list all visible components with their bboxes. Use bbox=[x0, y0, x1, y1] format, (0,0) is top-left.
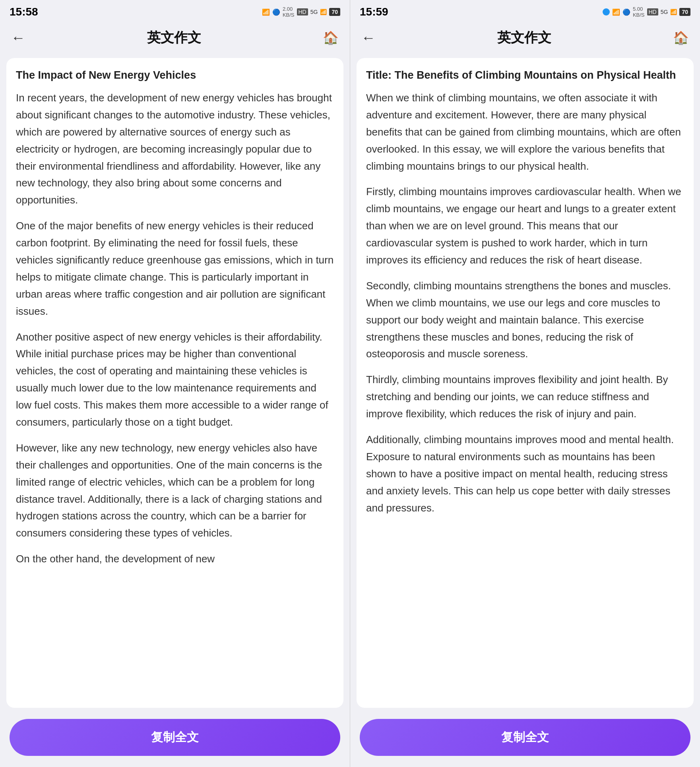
signal-bars-right: 📶 bbox=[670, 9, 677, 15]
page-title-right: 英文作文 bbox=[497, 29, 551, 47]
5g-label-right: 5G bbox=[661, 9, 668, 15]
hd-label-right: HD bbox=[647, 8, 658, 15]
essay-para-right-4: Additionally, climbing mountains improve… bbox=[366, 431, 684, 516]
status-time-right: 15:59 bbox=[360, 6, 388, 18]
battery-left: 70 bbox=[329, 8, 340, 16]
essay-para-right-1: Firstly, climbing mountains improves car… bbox=[366, 183, 684, 268]
essay-para-left-4: On the other hand, the development of ne… bbox=[16, 550, 334, 568]
back-button-left[interactable]: ← bbox=[11, 29, 25, 46]
copy-button-left[interactable]: 复制全文 bbox=[10, 719, 340, 756]
essay-title-left: The Impact of New Energy Vehicles bbox=[16, 69, 334, 81]
hd-label-left: HD bbox=[297, 8, 308, 15]
content-area-right: Title: The Benefits of Climbing Mountain… bbox=[357, 58, 694, 708]
bottom-bar-left: 复制全文 bbox=[0, 713, 350, 767]
home-button-right[interactable]: 🏠 bbox=[673, 30, 689, 45]
data-speed-left: 2.00KB/S bbox=[283, 6, 295, 18]
page-title-left: 英文作文 bbox=[147, 29, 201, 47]
status-time-left: 15:58 bbox=[10, 6, 38, 18]
bluetooth-icon-left: 🔵 bbox=[272, 8, 280, 16]
nav-bar-left: ← 英文作文 🏠 bbox=[0, 22, 350, 53]
essay-para-left-2: Another positive aspect of new energy ve… bbox=[16, 329, 334, 431]
essay-para-left-1: One of the major benefits of new energy … bbox=[16, 217, 334, 320]
data-speed-right: 5.00KB/S bbox=[633, 6, 645, 18]
signal-bars-left: 📶 bbox=[320, 9, 327, 15]
home-button-left[interactable]: 🏠 bbox=[323, 30, 339, 45]
screen-right: 15:59 📶 🔵 5.00KB/S HD 5G 📶 70 ← 英文作文 🏠 T… bbox=[350, 0, 700, 767]
essay-para-left-0: In recent years, the development of new … bbox=[16, 89, 334, 209]
blue-dot-icon-right bbox=[603, 8, 610, 15]
screen-left: 15:58 📶 🔵 2.00KB/S HD 5G 📶 70 ← 英文作文 🏠 T… bbox=[0, 0, 350, 767]
signal-icon-right: 📶 bbox=[612, 8, 620, 16]
battery-right: 70 bbox=[679, 8, 690, 16]
bottom-bar-right: 复制全文 bbox=[350, 713, 700, 767]
essay-para-right-3: Thirdly, climbing mountains improves fle… bbox=[366, 371, 684, 422]
essay-title-right: Title: The Benefits of Climbing Mountain… bbox=[366, 69, 684, 81]
status-icons-left: 📶 🔵 2.00KB/S HD 5G 📶 70 bbox=[262, 6, 340, 18]
status-bar-right: 15:59 📶 🔵 5.00KB/S HD 5G 📶 70 bbox=[350, 0, 700, 22]
signal-icon-left: 📶 bbox=[262, 8, 270, 16]
content-area-left: The Impact of New Energy Vehicles In rec… bbox=[6, 58, 343, 708]
essay-para-right-0: When we think of climbing mountains, we … bbox=[366, 89, 684, 174]
essay-para-right-2: Secondly, climbing mountains strengthens… bbox=[366, 277, 684, 362]
nav-bar-right: ← 英文作文 🏠 bbox=[350, 22, 700, 53]
back-button-right[interactable]: ← bbox=[361, 29, 376, 46]
fade-overlay-left bbox=[6, 684, 343, 708]
bluetooth-icon-right: 🔵 bbox=[622, 8, 630, 16]
essay-para-left-3: However, like any new technology, new en… bbox=[16, 440, 334, 542]
status-bar-left: 15:58 📶 🔵 2.00KB/S HD 5G 📶 70 bbox=[0, 0, 350, 22]
5g-label-left: 5G bbox=[310, 9, 318, 15]
copy-button-right[interactable]: 复制全文 bbox=[360, 719, 690, 756]
status-icons-right: 📶 🔵 5.00KB/S HD 5G 📶 70 bbox=[603, 6, 690, 18]
